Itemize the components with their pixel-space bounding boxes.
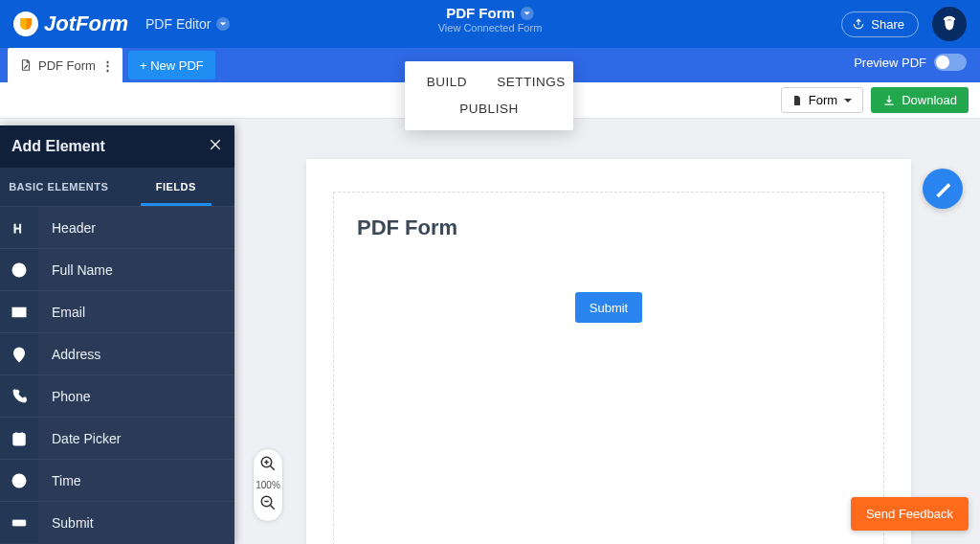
tab-fields[interactable]: FIELDS bbox=[118, 168, 235, 206]
magic-wand-button[interactable] bbox=[923, 169, 963, 209]
mode-build[interactable]: BUILD bbox=[405, 75, 489, 89]
panel-tabs: BASIC ELEMENTS FIELDS bbox=[0, 168, 234, 206]
field-label: Full Name bbox=[52, 262, 113, 278]
pin-icon bbox=[0, 333, 38, 374]
avatar-icon bbox=[939, 13, 960, 34]
share-button[interactable]: Share bbox=[841, 11, 919, 37]
phone-icon bbox=[0, 375, 38, 417]
svg-text:SEND: SEND bbox=[14, 521, 25, 525]
send-feedback-button[interactable]: Send Feedback bbox=[851, 497, 969, 531]
share-icon bbox=[852, 17, 865, 31]
svg-point-13 bbox=[17, 351, 21, 354]
tab-basic-elements[interactable]: BASIC ELEMENTS bbox=[0, 168, 118, 206]
close-icon[interactable] bbox=[208, 137, 223, 156]
submit-button[interactable]: Submit bbox=[575, 292, 642, 323]
svg-line-1 bbox=[270, 465, 275, 470]
top-bar: JotForm PDF Editor PDF Form View Connect… bbox=[0, 0, 980, 48]
field-time[interactable]: Time bbox=[0, 459, 234, 501]
mode-settings[interactable]: SETTINGS bbox=[489, 75, 573, 89]
form-title[interactable]: PDF Form bbox=[357, 215, 860, 240]
user-icon bbox=[0, 249, 38, 290]
mail-icon bbox=[0, 291, 38, 332]
wand-icon bbox=[933, 179, 952, 198]
brand-logo[interactable]: JotForm bbox=[13, 11, 128, 36]
mode-publish[interactable]: PUBLISH bbox=[459, 102, 518, 116]
element-list: HHeaderFull NameEmailAddressPhone10Date … bbox=[0, 206, 234, 544]
field-label: Phone bbox=[52, 389, 90, 404]
pdf-page[interactable]: PDF Form Submit bbox=[306, 159, 911, 544]
download-icon bbox=[882, 94, 896, 107]
field-date-picker[interactable]: 10Date Picker bbox=[0, 417, 234, 459]
header-icon: H bbox=[0, 207, 38, 248]
preview-label: Preview PDF bbox=[854, 56, 926, 70]
file-icon bbox=[791, 95, 803, 106]
tab-pdf-form[interactable]: PDF Form ⋮ bbox=[8, 48, 122, 82]
document-title-block: PDF Form View Connected Form bbox=[438, 5, 543, 34]
svg-line-5 bbox=[270, 505, 275, 510]
field-phone[interactable]: Phone bbox=[0, 374, 234, 417]
logo-icon bbox=[13, 11, 38, 36]
svg-point-11 bbox=[17, 265, 22, 270]
zoom-in-button[interactable] bbox=[259, 455, 277, 476]
new-pdf-button[interactable]: + New PDF bbox=[128, 51, 215, 79]
field-address[interactable]: Address bbox=[0, 332, 234, 374]
field-label: Email bbox=[52, 305, 85, 320]
field-label: Time bbox=[52, 473, 81, 488]
calendar-icon: 10 bbox=[0, 418, 38, 459]
zoom-control: 100% bbox=[253, 448, 283, 522]
zoom-out-button[interactable] bbox=[259, 494, 277, 515]
panel-header: Add Element bbox=[0, 125, 234, 168]
download-button[interactable]: Download bbox=[871, 87, 969, 113]
field-submit[interactable]: SENDSubmit bbox=[0, 501, 234, 543]
mode-switcher: BUILD SETTINGS PUBLISH bbox=[405, 61, 573, 130]
doc-title[interactable]: PDF Form bbox=[446, 5, 515, 21]
zoom-value: 100% bbox=[256, 480, 280, 490]
document-icon bbox=[19, 58, 33, 72]
preview-toggle[interactable] bbox=[934, 54, 967, 71]
account-avatar[interactable] bbox=[932, 7, 967, 41]
add-element-panel: Add Element BASIC ELEMENTS FIELDS HHeade… bbox=[0, 125, 234, 544]
brand-name: JotForm bbox=[44, 11, 128, 36]
field-email[interactable]: Email bbox=[0, 290, 234, 332]
field-label: Submit bbox=[52, 515, 94, 531]
chevron-down-icon bbox=[843, 96, 853, 105]
field-header[interactable]: HHeader bbox=[0, 206, 234, 248]
field-full-name[interactable]: Full Name bbox=[0, 248, 234, 290]
form-dropdown[interactable]: Form bbox=[781, 87, 863, 113]
field-label: Header bbox=[52, 220, 96, 236]
editor-label[interactable]: PDF Editor bbox=[145, 16, 230, 32]
clock-icon bbox=[0, 460, 38, 501]
page-content: PDF Form Submit bbox=[333, 192, 884, 544]
chevron-down-icon bbox=[216, 17, 230, 31]
field-label: Date Picker bbox=[52, 431, 121, 446]
field-label: Address bbox=[52, 347, 100, 362]
svg-text:10: 10 bbox=[17, 438, 24, 443]
send-icon: SEND bbox=[0, 502, 38, 543]
view-connected-form-link[interactable]: View Connected Form bbox=[438, 22, 543, 34]
preview-toggle-group: Preview PDF bbox=[854, 54, 967, 71]
chevron-down-icon[interactable] bbox=[521, 7, 534, 20]
tab-options-icon[interactable]: ⋮ bbox=[101, 58, 115, 73]
svg-text:H: H bbox=[13, 221, 22, 235]
panel-title: Add Element bbox=[11, 138, 105, 155]
